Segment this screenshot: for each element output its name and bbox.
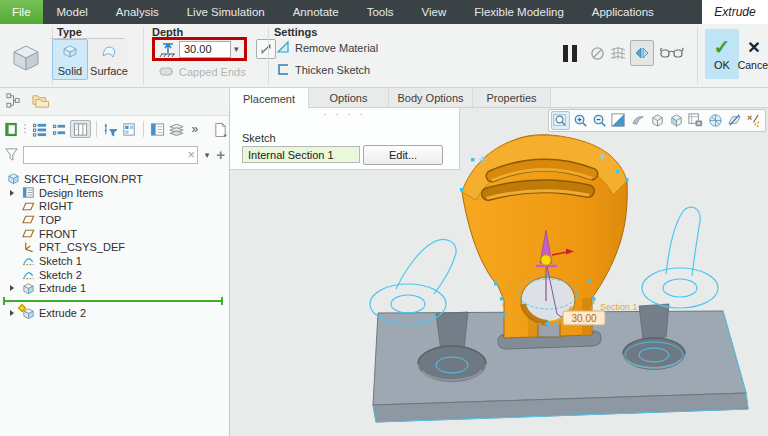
tree-row-label: RIGHT (39, 200, 73, 212)
expand-all-icon[interactable] (31, 120, 48, 138)
flip-direction-button[interactable] (256, 39, 276, 59)
tree-options-icon[interactable] (121, 120, 138, 138)
attached-preview-button[interactable] (630, 40, 654, 66)
menu-tab-tools[interactable]: Tools (353, 0, 408, 24)
cancel-button[interactable]: ✕ Cancel (740, 33, 768, 77)
context-tab-extrude[interactable]: Extrude (702, 0, 768, 24)
add-filter-button[interactable]: + (216, 148, 225, 162)
ok-button[interactable]: ✓ OK (705, 29, 739, 79)
tree-row-extrude-1[interactable]: Extrude 1 (0, 282, 229, 296)
menu-tab-annotate[interactable]: Annotate (279, 0, 353, 24)
view-manager-icon[interactable] (687, 111, 705, 130)
solid-icon (61, 43, 79, 61)
remove-material-icon (276, 40, 290, 56)
layers-icon[interactable] (168, 120, 185, 138)
saved-orientations-icon[interactable] (667, 111, 685, 130)
display-style-icon[interactable] (648, 111, 666, 130)
remove-material-toggle[interactable]: Remove Material (276, 40, 378, 56)
ribbon-separator (268, 27, 269, 84)
cancel-x-icon: ✕ (747, 40, 760, 56)
tree-row-top-plane[interactable]: TOP (0, 213, 229, 227)
insert-here-locator[interactable] (0, 296, 229, 305)
tab-body-options[interactable]: Body Options (389, 88, 473, 107)
sketch-display-icon[interactable] (745, 111, 763, 130)
thicken-sketch-toggle[interactable]: Thicken Sketch (276, 62, 370, 78)
section-name-label: Section 1 (600, 302, 638, 312)
extrude-ribbon: Type Solid Surface Depth 30.00 ▾ Capped … (0, 24, 768, 88)
thicken-sketch-icon (276, 62, 290, 78)
notebook-icon[interactable] (3, 120, 20, 138)
toolbar-overflow-button[interactable]: » (188, 120, 201, 138)
refit-icon[interactable] (610, 111, 628, 130)
no-preview-icon[interactable] (590, 46, 605, 63)
datum-display-icon[interactable] (706, 111, 724, 130)
filter-funnel-icon[interactable] (4, 147, 19, 164)
tree-row-front-plane[interactable]: FRONT (0, 227, 229, 241)
expand-arrow-icon[interactable] (10, 285, 18, 291)
capped-ends-checkbox[interactable]: Capped Ends (158, 65, 246, 79)
folder-browser-tab-icon[interactable] (30, 92, 51, 111)
ok-check-icon: ✓ (714, 38, 731, 56)
svg-text:30.00: 30.00 (571, 313, 596, 324)
solid-button[interactable]: Solid (52, 39, 88, 80)
depth-dropdown-caret[interactable]: ▾ (231, 44, 242, 54)
extrude-icon (22, 307, 35, 320)
toolbar-separator (96, 121, 97, 137)
ribbon-separator (697, 27, 698, 84)
show-panel-icon[interactable] (149, 120, 166, 138)
tree-row-label: FRONT (39, 228, 77, 240)
model-tree-tab-icon[interactable] (5, 92, 22, 111)
unattached-preview-icon[interactable] (610, 45, 626, 63)
tree-row-sketch-1[interactable]: Sketch 1 (0, 254, 229, 268)
expand-arrow-icon[interactable] (10, 190, 18, 196)
menu-tab-file[interactable]: File (0, 0, 43, 24)
placement-panel: · · · · Sketch Internal Section 1 Edit..… (230, 108, 460, 170)
panel-drag-handle[interactable]: · · · · (230, 109, 459, 120)
sketch-icon (22, 268, 35, 281)
glasses-preview-icon[interactable] (660, 46, 684, 62)
tree-columns-icon[interactable] (70, 120, 90, 138)
tab-options[interactable]: Options (309, 88, 389, 107)
zoom-out-icon[interactable] (590, 111, 608, 130)
search-options-caret[interactable]: ▾ (202, 150, 213, 160)
expand-arrow-icon[interactable] (10, 310, 18, 316)
clear-search-icon[interactable]: × (188, 147, 195, 163)
tree-row-sketch-2[interactable]: Sketch 2 (0, 268, 229, 282)
depth-dimension-label[interactable]: 30.00 (563, 311, 605, 325)
depth-value-input[interactable]: 30.00 (179, 41, 231, 58)
menu-tab-applications[interactable]: Applications (578, 0, 668, 24)
tree-settings-doc-icon[interactable] (212, 120, 229, 138)
menu-tab-view[interactable]: View (408, 0, 461, 24)
menu-tab-live-simulation[interactable]: Live Simulation (173, 0, 279, 24)
tree-row-csys[interactable]: PRT_CSYS_DEF (0, 240, 229, 254)
collapse-all-icon[interactable] (51, 120, 68, 138)
tree-row-root[interactable]: SKETCH_REGION.PRT (0, 172, 229, 186)
edit-sketch-button[interactable]: Edit... (363, 145, 443, 165)
sketch-reference-field[interactable]: Internal Section 1 (242, 146, 360, 163)
tree-search-input[interactable] (23, 146, 198, 164)
toolbar-drag-handle[interactable] (23, 120, 29, 138)
remove-material-label: Remove Material (295, 42, 378, 54)
menu-tab-flexible-modeling[interactable]: Flexible Modeling (460, 0, 578, 24)
tree-row-extrude-2[interactable]: Extrude 2 (0, 306, 229, 320)
tab-placement[interactable]: Placement (229, 88, 309, 109)
repaint-icon[interactable] (629, 111, 647, 130)
tree-filters-icon[interactable] (102, 120, 119, 138)
tab-properties[interactable]: Properties (473, 88, 551, 107)
tree-row-design-items[interactable]: Design Items (0, 186, 229, 200)
datum-plane-icon (22, 213, 35, 226)
depth-type-icon[interactable] (157, 40, 179, 58)
depth-highlight-box: 30.00 ▾ (152, 37, 247, 61)
zoom-region-icon[interactable] (551, 111, 570, 130)
tree-row-label: Extrude 1 (39, 282, 86, 294)
annotation-display-icon[interactable] (725, 111, 743, 130)
surface-button[interactable]: Surface (89, 39, 129, 80)
zoom-in-icon[interactable] (571, 111, 589, 130)
sketch-label: Sketch (242, 132, 276, 144)
tree-row-right-plane[interactable]: RIGHT (0, 199, 229, 213)
menu-tab-model[interactable]: Model (43, 0, 102, 24)
menu-tab-analysis[interactable]: Analysis (102, 0, 173, 24)
part-icon (7, 172, 20, 185)
pause-button[interactable] (563, 45, 577, 62)
model-tree-panel: » × ▾ + SKETCH_REGION.PRT Design Items (0, 88, 230, 436)
